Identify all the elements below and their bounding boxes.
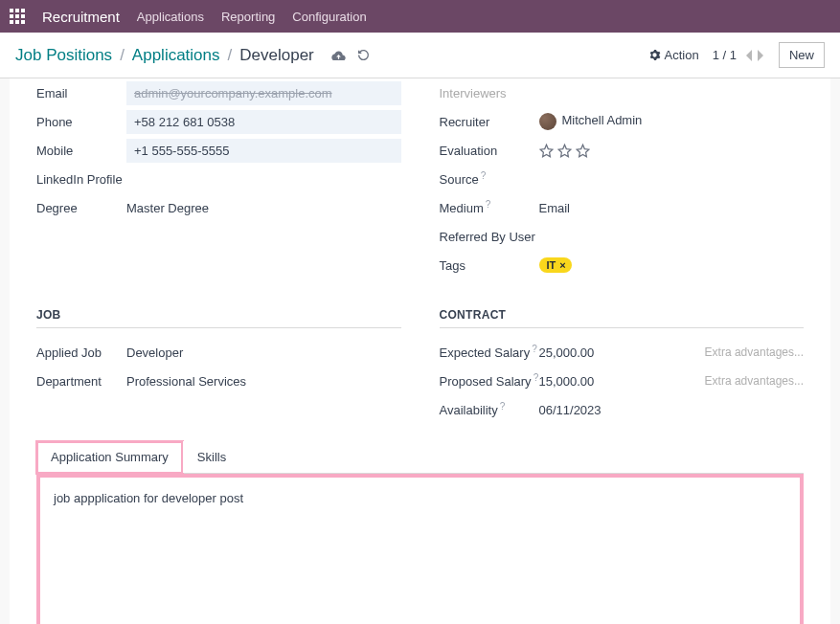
action-button[interactable]: Action <box>648 48 699 62</box>
proposed-salary-field[interactable]: 15,000.00 <box>539 374 705 389</box>
pager-prev-icon[interactable] <box>744 49 754 62</box>
tag-remove-icon[interactable]: × <box>559 259 565 271</box>
tags-label: Tags <box>440 258 539 273</box>
availability-label: Availability? <box>440 401 539 417</box>
phone-label: Phone <box>36 115 126 129</box>
linkedin-label: LinkedIn Profile <box>36 172 142 187</box>
pager: 1 / 1 <box>713 48 765 62</box>
proposed-salary-label: Proposed Salary? <box>440 372 539 389</box>
degree-label: Degree <box>36 201 126 215</box>
help-icon[interactable]: ? <box>486 199 491 210</box>
phone-field[interactable]: +58 212 681 0538 <box>126 110 401 134</box>
tag-it[interactable]: IT× <box>539 257 572 273</box>
breadcrumb-job-positions[interactable]: Job Positions <box>15 46 112 65</box>
applied-job-label: Applied Job <box>36 345 126 360</box>
proposed-extra-field[interactable]: Extra advantages... <box>705 374 804 388</box>
refresh-icon[interactable] <box>357 49 370 61</box>
tabs: Application Summary Skills <box>36 441 804 474</box>
applied-job-field[interactable]: Developer <box>126 345 401 360</box>
breadcrumb-applications[interactable]: Applications <box>132 46 220 65</box>
recruiter-label: Recruiter <box>440 115 539 129</box>
new-button[interactable]: New <box>779 42 825 68</box>
help-icon[interactable]: ? <box>481 170 487 181</box>
email-field[interactable]: admin@yourcompany.example.com <box>126 81 401 105</box>
expected-salary-label: Expected Salary? <box>440 344 539 360</box>
evaluation-stars[interactable] <box>539 144 805 158</box>
email-label: Email <box>36 86 126 100</box>
mobile-field[interactable]: +1 555-555-5555 <box>126 139 401 163</box>
interviewers-label: Interviewers <box>440 86 539 100</box>
pager-text: 1 / 1 <box>713 48 737 62</box>
menu-reporting[interactable]: Reporting <box>221 10 275 24</box>
help-icon[interactable]: ? <box>532 344 537 354</box>
cloud-upload-icon[interactable] <box>331 49 346 61</box>
star-icon[interactable] <box>539 144 554 158</box>
degree-field[interactable]: Master Degree <box>126 201 401 215</box>
expected-extra-field[interactable]: Extra advantages... <box>705 345 804 359</box>
tab-skills[interactable]: Skills <box>183 441 240 473</box>
menu-applications[interactable]: Applications <box>137 10 204 24</box>
mobile-label: Mobile <box>36 144 126 158</box>
star-icon[interactable] <box>557 144 572 158</box>
department-label: Department <box>36 374 126 389</box>
tags-field[interactable]: IT× <box>539 257 805 273</box>
application-summary-textarea[interactable]: job appplication for developer post <box>36 474 804 624</box>
source-label: Source? <box>440 170 539 187</box>
menu-configuration[interactable]: Configuration <box>292 10 366 24</box>
section-contract: CONTRACT <box>440 279 805 328</box>
help-icon[interactable]: ? <box>500 401 506 412</box>
breadcrumb-current: Developer <box>239 46 314 65</box>
pager-next-icon[interactable] <box>756 49 765 62</box>
tab-application-summary[interactable]: Application Summary <box>36 441 183 474</box>
help-icon[interactable]: ? <box>534 372 539 383</box>
section-job: JOB <box>36 279 401 328</box>
apps-icon[interactable] <box>10 9 25 24</box>
breadcrumb: Job Positions / Applications / Developer <box>15 46 370 65</box>
availability-field[interactable]: 06/11/2023 <box>539 403 805 417</box>
department-field[interactable]: Professional Services <box>126 374 401 389</box>
avatar <box>539 113 556 130</box>
expected-salary-field[interactable]: 25,000.00 <box>539 345 705 360</box>
referred-label: Referred By User <box>440 230 564 244</box>
medium-label: Medium? <box>440 199 539 215</box>
medium-field[interactable]: Email <box>539 201 805 215</box>
star-icon[interactable] <box>576 144 590 158</box>
app-brand[interactable]: Recruitment <box>42 9 120 25</box>
evaluation-label: Evaluation <box>440 144 539 158</box>
recruiter-field[interactable]: Mitchell Admin <box>539 113 805 130</box>
gear-icon <box>648 49 661 61</box>
